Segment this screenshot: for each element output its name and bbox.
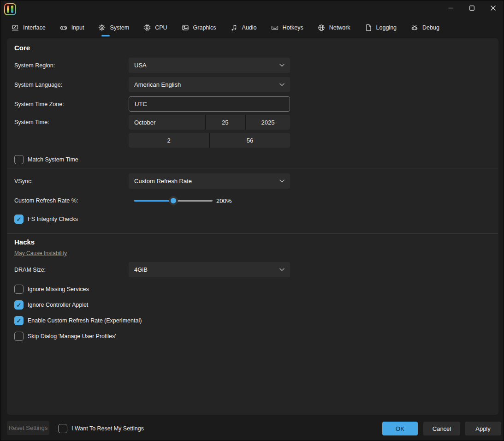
close-button[interactable] — [482, 0, 504, 15]
system-region-row: System Region: USA — [7, 58, 498, 73]
skip-manage-user-profiles-checkbox[interactable]: Skip Dialog 'Manage User Profiles' — [14, 331, 116, 341]
tab-label: Graphics — [193, 24, 216, 31]
enable-custom-refresh-rate-checkbox[interactable]: Enable Custom Refresh Rate (Experimental… — [14, 316, 142, 326]
tab-label: Hotkeys — [283, 24, 303, 31]
checkbox-box — [14, 155, 24, 164]
checkbox-label: Ignore Missing Services — [28, 286, 89, 292]
maximize-button[interactable] — [461, 0, 482, 15]
section-divider — [7, 233, 498, 234]
tab-logging[interactable]: Logging — [365, 20, 397, 35]
system-region-value: USA — [134, 62, 147, 69]
checkbox-label: Match System Time — [28, 156, 78, 163]
ignore-missing-services-checkbox[interactable]: Ignore Missing Services — [14, 284, 89, 294]
ok-button[interactable]: OK — [382, 422, 418, 435]
system-clock-row: 2 56 — [7, 133, 498, 148]
fs-integrity-checkbox[interactable]: FS Integrity Checks — [14, 214, 78, 224]
dram-size-row: DRAM Size: 4GiB — [7, 262, 498, 277]
gear-icon — [98, 24, 106, 31]
tab-label: Logging — [376, 24, 397, 31]
custom-refresh-rate-label: Custom Refresh Rate %: — [14, 196, 78, 206]
tab-hotkeys[interactable]: Hotkeys — [271, 20, 303, 35]
cpu-chip-icon — [143, 24, 151, 31]
active-tab-indicator — [101, 35, 110, 36]
refresh-rate-slider-handle[interactable] — [169, 196, 178, 205]
time-minute-cell[interactable]: 56 — [210, 133, 290, 148]
vsync-dropdown[interactable]: Custom Refresh Rate — [129, 173, 290, 189]
system-time-zone-row: System Time Zone: — [7, 96, 498, 112]
tab-audio[interactable]: Audio — [231, 20, 257, 35]
vsync-value: Custom Refresh Rate — [134, 178, 192, 185]
tab-cpu[interactable]: CPU — [143, 20, 167, 35]
checkbox-box — [58, 424, 67, 433]
app-logo-bar-right — [11, 6, 13, 13]
tab-label: Debug — [422, 24, 439, 31]
checkbox-label: Skip Dialog 'Manage User Profiles' — [28, 333, 116, 340]
close-icon — [491, 6, 496, 11]
checkbox-box — [14, 332, 24, 341]
tab-graphics[interactable]: Graphics — [182, 20, 216, 35]
checkbox-box — [14, 316, 24, 325]
system-time-picker: 2 56 — [129, 133, 290, 148]
system-time-zone-input[interactable] — [129, 96, 290, 112]
hacks-section-heading: Hacks — [14, 238, 35, 246]
dram-size-label: DRAM Size: — [14, 262, 46, 277]
checkbox-label: FS Integrity Checks — [28, 216, 78, 222]
music-note-icon — [231, 24, 238, 31]
settings-tab-bar: Interface Input System CPU Graphics — [12, 20, 439, 35]
tab-label: CPU — [155, 24, 167, 31]
date-month-cell[interactable]: October — [129, 115, 205, 130]
system-time-label: System Time: — [14, 115, 49, 130]
chevron-down-icon — [279, 83, 285, 86]
chevron-down-icon — [279, 268, 285, 271]
minimize-button[interactable] — [440, 0, 461, 15]
tab-interface[interactable]: Interface — [12, 20, 46, 35]
tab-system[interactable]: System — [98, 20, 129, 35]
checkbox-box — [14, 215, 24, 224]
system-language-label: System Language: — [14, 77, 62, 92]
tab-label: Audio — [242, 24, 257, 31]
refresh-rate-slider-track[interactable] — [134, 200, 213, 202]
window-controls — [440, 0, 504, 15]
system-language-dropdown[interactable]: American English — [129, 77, 290, 92]
tab-debug[interactable]: Debug — [411, 20, 439, 35]
maximize-icon — [469, 6, 474, 11]
reset-settings-button[interactable]: Reset Settings — [7, 421, 49, 435]
system-language-value: American English — [134, 81, 181, 88]
checkbox-box — [14, 300, 24, 310]
system-language-row: System Language: American English — [7, 77, 498, 92]
dram-size-dropdown[interactable]: 4GiB — [129, 262, 290, 277]
date-day-cell[interactable]: 25 — [206, 115, 245, 130]
settings-window: Interface Input System CPU Graphics — [0, 0, 504, 441]
keyboard-icon — [271, 24, 279, 31]
instability-warning: May Cause Instability — [14, 250, 67, 256]
system-date-picker: October 25 2025 — [129, 115, 290, 130]
time-hour-cell[interactable]: 2 — [129, 133, 209, 148]
checkbox-label: Ignore Controller Applet — [28, 302, 88, 308]
checkbox-box — [14, 285, 24, 294]
chevron-down-icon — [279, 179, 285, 183]
system-region-dropdown[interactable]: USA — [129, 58, 290, 73]
title-bar — [0, 0, 504, 18]
date-year-cell[interactable]: 2025 — [246, 115, 290, 130]
vsync-row: VSync: Custom Refresh Rate — [7, 173, 498, 189]
system-settings-panel: Core System Region: USA System Language:… — [7, 38, 498, 415]
apply-button[interactable]: Apply — [465, 422, 501, 435]
tab-label: Input — [71, 24, 84, 31]
checkbox-label: Enable Custom Refresh Rate (Experimental… — [28, 317, 142, 324]
app-logo-icon — [4, 3, 16, 15]
match-system-time-checkbox[interactable]: Match System Time — [14, 155, 78, 165]
system-region-label: System Region: — [14, 58, 55, 73]
dram-size-value: 4GiB — [134, 266, 148, 273]
reset-confirm-checkbox[interactable]: I Want To Reset My Settings — [58, 423, 144, 434]
bug-icon — [411, 24, 418, 31]
custom-refresh-rate-row: Custom Refresh Rate %: 200% — [7, 196, 498, 206]
image-icon — [182, 24, 189, 31]
cancel-button[interactable]: Cancel — [423, 422, 460, 435]
system-time-zone-label: System Time Zone: — [14, 96, 64, 112]
tab-network[interactable]: Network — [318, 20, 350, 35]
ignore-controller-applet-checkbox[interactable]: Ignore Controller Applet — [14, 300, 88, 310]
tab-input[interactable]: Input — [60, 20, 84, 35]
interface-monitor-icon — [12, 24, 19, 31]
refresh-rate-value: 200% — [216, 196, 231, 206]
section-divider — [7, 168, 498, 168]
